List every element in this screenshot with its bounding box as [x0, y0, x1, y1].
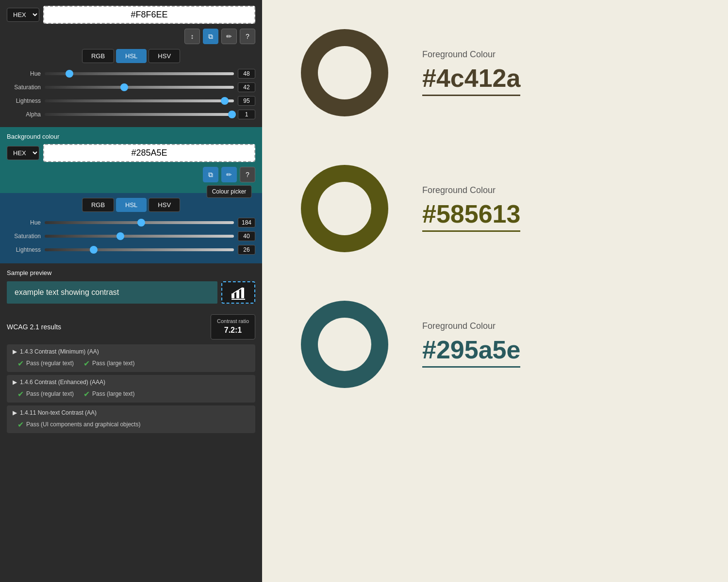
- fg-hex-input[interactable]: [43, 6, 255, 24]
- bg-hex-format-select[interactable]: HEX RGB HSL: [7, 146, 39, 160]
- fg-hue-value[interactable]: [238, 69, 255, 79]
- fg-alpha-label: Alpha: [7, 111, 41, 118]
- contrast-toggle-btn[interactable]: ↕: [184, 29, 200, 44]
- bg-lightness-track[interactable]: [45, 248, 234, 251]
- bg-hue-value[interactable]: [238, 218, 255, 227]
- color-info-3: Foreground Colour #295a5e: [422, 321, 520, 368]
- chart-icon: [231, 285, 246, 300]
- wcag-criterion-1-4-6[interactable]: ▶ 1.4.6 Contrast (Enhanced) (AAA) ✔ Pass…: [7, 375, 255, 403]
- color-hex-3: #295a5e: [422, 335, 520, 368]
- bg-hex-input[interactable]: [43, 144, 255, 162]
- bg-eyedropper-wrapper: ✏ Colour picker: [221, 167, 237, 182]
- fg-saturation-track[interactable]: [45, 86, 234, 89]
- check-icon-4: ✔: [83, 389, 90, 399]
- svg-point-7: [318, 182, 371, 235]
- fg-rgb-btn[interactable]: RGB: [82, 49, 114, 63]
- bg-saturation-value[interactable]: [238, 231, 255, 241]
- fg-icon-toolbar: ↕ ⧉ ✏ ?: [7, 29, 255, 44]
- fg-lightness-value[interactable]: [238, 96, 255, 106]
- fg-alpha-row: Alpha: [7, 110, 255, 119]
- svg-point-9: [318, 318, 371, 371]
- check-icon-2: ✔: [83, 359, 90, 368]
- foreground-section: HEX RGB HSL ↕ ⧉ ✏ ? RGB HSL HSV Hue: [0, 0, 262, 127]
- fg-saturation-value[interactable]: [238, 82, 255, 92]
- pass-ui-components: ✔ Pass (UI components and graphical obje…: [17, 420, 140, 429]
- donut-ring-2: [291, 155, 398, 262]
- check-icon-3: ✔: [17, 389, 24, 399]
- color-row-1: Foreground Colour #4c412a: [291, 19, 699, 126]
- check-icon-5: ✔: [17, 420, 24, 429]
- fg-alpha-track[interactable]: [45, 113, 234, 116]
- bg-saturation-thumb[interactable]: [116, 232, 124, 240]
- right-panel: Foreground Colour #4c412a Foreground Col…: [262, 0, 728, 582]
- bg-hue-row: Hue: [7, 218, 255, 227]
- fg-hsl-btn[interactable]: HSL: [116, 49, 147, 63]
- fg-hue-row: Hue: [7, 69, 255, 79]
- bg-hex-row: HEX RGB HSL: [7, 144, 255, 162]
- wcag-criterion-1-4-11[interactable]: ▶ 1.4.11 Non-text Contrast (AA) ✔ Pass (…: [7, 405, 255, 433]
- bg-rgb-btn[interactable]: RGB: [82, 198, 114, 212]
- bg-hue-thumb[interactable]: [137, 219, 145, 226]
- bg-eyedropper-btn[interactable]: ✏: [221, 167, 237, 182]
- bg-sliders-section: RGB HSL HSV Hue Saturation Lightness: [0, 193, 262, 263]
- help-btn[interactable]: ?: [240, 29, 255, 44]
- bg-saturation-track[interactable]: [45, 235, 234, 238]
- fg-label-2: Foreground Colour: [422, 185, 520, 195]
- wcag-1-4-11-title: ▶ 1.4.11 Non-text Contrast (AA): [13, 409, 249, 416]
- wcag-1-4-6-passes: ✔ Pass (regular text) ✔ Pass (large text…: [13, 389, 249, 399]
- bg-sliders-btn[interactable]: ⧉: [203, 167, 218, 182]
- colour-picker-tooltip: Colour picker: [207, 185, 252, 198]
- bg-saturation-label: Saturation: [7, 233, 41, 240]
- contrast-ratio-label: Contrast ratio: [217, 318, 249, 325]
- fg-alpha-thumb[interactable]: [228, 111, 236, 118]
- bg-icon-toolbar: ⧉ ✏ Colour picker ?: [7, 167, 255, 182]
- sample-preview-title: Sample preview: [7, 269, 255, 276]
- chart-button[interactable]: [221, 281, 255, 304]
- expand-icon-1-4-6: ▶: [13, 379, 17, 386]
- contrast-ratio-value: 7.2:1: [217, 325, 249, 336]
- bg-hsv-btn[interactable]: HSV: [149, 198, 180, 212]
- fg-lightness-track[interactable]: [45, 99, 234, 102]
- fg-hue-label: Hue: [7, 70, 41, 77]
- color-row-2: Foreground Colour #585613: [291, 155, 699, 262]
- bg-hue-track[interactable]: [45, 221, 234, 224]
- left-panel: HEX RGB HSL ↕ ⧉ ✏ ? RGB HSL HSV Hue: [0, 0, 262, 582]
- svg-rect-2: [241, 288, 244, 298]
- wcag-header-row: WCAG 2.1 results Contrast ratio 7.2:1: [7, 314, 255, 340]
- fg-label-3: Foreground Colour: [422, 321, 520, 331]
- color-hex-2: #585613: [422, 199, 520, 232]
- wcag-criterion-1-4-3[interactable]: ▶ 1.4.3 Contrast (Minimum) (AA) ✔ Pass (…: [7, 344, 255, 372]
- expand-icon-1-4-11: ▶: [13, 409, 17, 416]
- pass-regular-text-1: ✔ Pass (regular text): [17, 359, 74, 368]
- fg-lightness-row: Lightness: [7, 96, 255, 106]
- fg-lightness-thumb[interactable]: [221, 97, 229, 105]
- color-info-2: Foreground Colour #585613: [422, 185, 520, 232]
- fg-lightness-label: Lightness: [7, 97, 41, 104]
- fg-hue-track[interactable]: [45, 72, 234, 75]
- bg-lightness-value[interactable]: [238, 245, 255, 255]
- bg-lightness-thumb[interactable]: [90, 246, 98, 254]
- pass-large-text-2: ✔ Pass (large text): [83, 389, 134, 399]
- check-icon-1: ✔: [17, 359, 24, 368]
- bg-help-btn[interactable]: ?: [240, 167, 255, 182]
- foreground-hex-row: HEX RGB HSL: [7, 6, 255, 24]
- sliders-btn[interactable]: ⧉: [203, 29, 218, 44]
- fg-hex-format-select[interactable]: HEX RGB HSL: [7, 8, 39, 22]
- donut-ring-1: [291, 19, 398, 126]
- pass-large-text-1: ✔ Pass (large text): [83, 359, 134, 368]
- eyedropper-btn[interactable]: ✏: [221, 29, 237, 44]
- wcag-1-4-6-title: ▶ 1.4.6 Contrast (Enhanced) (AAA): [13, 379, 249, 386]
- wcag-1-4-3-passes: ✔ Pass (regular text) ✔ Pass (large text…: [13, 359, 249, 368]
- contrast-ratio-box: Contrast ratio 7.2:1: [211, 314, 255, 340]
- fg-hue-thumb[interactable]: [66, 70, 73, 78]
- bg-hue-label: Hue: [7, 219, 41, 226]
- fg-hsv-btn[interactable]: HSV: [149, 49, 180, 63]
- svg-rect-0: [232, 293, 234, 298]
- svg-point-5: [318, 46, 371, 99]
- wcag-title: WCAG 2.1 results: [7, 323, 61, 331]
- fg-saturation-row: Saturation: [7, 82, 255, 92]
- fg-label-1: Foreground Colour: [422, 49, 520, 60]
- fg-alpha-value[interactable]: [238, 110, 255, 119]
- fg-saturation-thumb[interactable]: [120, 83, 128, 91]
- bg-hsl-btn[interactable]: HSL: [116, 198, 147, 212]
